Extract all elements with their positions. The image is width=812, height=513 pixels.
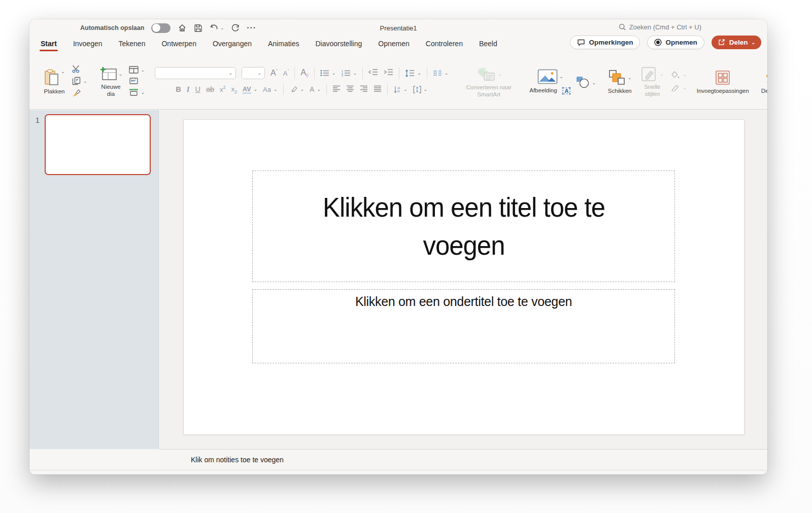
- undo-icon[interactable]: ⌄: [210, 24, 224, 32]
- section-chevron-icon[interactable]: ⌄: [141, 90, 145, 95]
- bullets-chevron-icon[interactable]: ⌄: [332, 71, 336, 76]
- clear-formatting-button[interactable]: A◊: [300, 68, 309, 78]
- layout-chevron-icon[interactable]: ⌄: [141, 67, 145, 73]
- numbering-button[interactable]: 123 ⌄: [342, 70, 357, 77]
- align-right-button[interactable]: [360, 85, 368, 94]
- convert-smartart-button[interactable]: ⌄ Converteren naar SmartArt: [458, 64, 519, 97]
- search-placeholder: Zoeken (Cmd + Ctrl + U): [629, 23, 701, 31]
- font-color-chevron-icon[interactable]: ⌄: [317, 87, 321, 92]
- shape-fill-button[interactable]: ⌄: [671, 71, 687, 78]
- align-text-chevron-icon[interactable]: ⌄: [424, 87, 428, 92]
- text-direction-chevron-icon[interactable]: ⌄: [403, 87, 408, 92]
- bold-button[interactable]: B: [176, 85, 181, 93]
- quick-styles-button[interactable]: ⌄ Snelle stijlen: [637, 64, 667, 97]
- undo-chevron-icon[interactable]: ⌄: [220, 26, 224, 30]
- justify-button[interactable]: [374, 85, 382, 94]
- cut-button[interactable]: [72, 65, 87, 73]
- paste-button[interactable]: ⌄ Plakken: [41, 67, 68, 95]
- tab-diavoorstelling[interactable]: Diavoorstelling: [315, 40, 362, 49]
- share-button[interactable]: Delen ⌄: [712, 36, 761, 49]
- tab-animaties[interactable]: Animaties: [268, 40, 299, 49]
- tab-invoegen[interactable]: Invoegen: [73, 40, 103, 49]
- workspace: 1 Klikken om een titel toe te voegen Kli…: [29, 110, 767, 449]
- line-spacing-chevron-icon[interactable]: ⌄: [417, 71, 421, 76]
- tab-controleren[interactable]: Controleren: [426, 40, 463, 49]
- font-family-select[interactable]: ⌄: [155, 67, 236, 79]
- designer-button[interactable]: Designer: [759, 67, 767, 94]
- arrange-button[interactable]: ⌄ Schikken: [606, 67, 633, 94]
- slide-thumbnail-panel: 1: [29, 110, 159, 449]
- record-button[interactable]: Opnemen: [647, 36, 704, 49]
- superscript-button[interactable]: x2: [220, 85, 226, 94]
- increase-indent-button[interactable]: [384, 69, 393, 78]
- slides-group: ⌄ Nieuwe dia ⌄ ⌄: [93, 55, 149, 107]
- underline-button[interactable]: U: [195, 85, 200, 93]
- home-icon[interactable]: [178, 23, 187, 32]
- font-size-select[interactable]: ⌄: [242, 67, 265, 79]
- tab-opnemen[interactable]: Opnemen: [378, 40, 409, 49]
- tab-tekenen[interactable]: Tekenen: [119, 40, 146, 49]
- save-icon[interactable]: [194, 24, 202, 32]
- highlight-chevron-icon[interactable]: ⌄: [300, 87, 304, 92]
- increase-indent-icon: [384, 69, 393, 76]
- picture-icon: [537, 69, 558, 84]
- grow-font-button[interactable]: Aˆ: [270, 69, 278, 78]
- character-spacing-button[interactable]: AV ⌄: [243, 86, 257, 93]
- reset-slide-button[interactable]: [129, 77, 145, 85]
- copy-button[interactable]: ⌄: [72, 77, 87, 85]
- subtitle-placeholder[interactable]: Klikken om een ondertitel toe te voegen: [252, 289, 675, 363]
- layout-button[interactable]: ⌄: [129, 66, 145, 74]
- tab-beeld[interactable]: Beeld: [479, 40, 497, 49]
- notes-pane[interactable]: Klik om notities toe te voegen: [159, 449, 767, 470]
- text-box-icon[interactable]: A: [561, 86, 571, 95]
- format-painter-button[interactable]: [72, 89, 87, 97]
- shape-outline-chevron-icon[interactable]: ⌄: [683, 85, 687, 90]
- tab-overgangen[interactable]: Overgangen: [213, 40, 252, 49]
- section-button[interactable]: ⌄: [129, 88, 145, 96]
- font-color-button[interactable]: A ⌄: [310, 85, 321, 93]
- slide-thumbnail[interactable]: [45, 114, 151, 175]
- slide-canvas[interactable]: Klikken om een titel toe te voegen Klikk…: [184, 120, 744, 434]
- change-case-button[interactable]: Aa ⌄: [263, 86, 277, 93]
- shapes-button[interactable]: ⌄: [576, 73, 596, 89]
- highlight-button[interactable]: ⌄: [289, 86, 304, 93]
- more-options-icon[interactable]: ···: [247, 23, 256, 32]
- text-direction-button[interactable]: A ⌄: [393, 86, 408, 93]
- line-spacing-button[interactable]: ⌄: [405, 70, 421, 77]
- title-placeholder-text: Klikken om een titel toe te voegen: [282, 188, 645, 264]
- strikethrough-button[interactable]: ab: [206, 85, 214, 93]
- change-case-chevron-icon[interactable]: ⌄: [274, 87, 278, 92]
- title-placeholder[interactable]: Klikken om een titel toe te voegen: [252, 170, 675, 282]
- subscript-button[interactable]: x2: [231, 84, 238, 94]
- copy-chevron-icon[interactable]: ⌄: [83, 79, 87, 84]
- svg-text:A: A: [564, 88, 568, 94]
- designer-icon: [764, 70, 767, 86]
- clipboard-group: ⌄ Plakken ⌄: [37, 55, 91, 107]
- columns-chevron-icon[interactable]: ⌄: [445, 71, 449, 76]
- addins-button[interactable]: Invoegtoepassingen: [697, 67, 749, 94]
- character-spacing-chevron-icon[interactable]: ⌄: [254, 87, 258, 92]
- align-text-button[interactable]: ⌄: [413, 86, 428, 93]
- bullets-button[interactable]: ⌄: [320, 70, 336, 77]
- shape-fill-chevron-icon[interactable]: ⌄: [683, 72, 687, 77]
- svg-text:3: 3: [342, 74, 343, 77]
- redo-icon[interactable]: [231, 24, 240, 32]
- shape-outline-button[interactable]: ⌄: [671, 84, 687, 91]
- tab-start[interactable]: Start: [41, 40, 57, 49]
- italic-button[interactable]: I: [187, 85, 190, 94]
- align-center-button[interactable]: [346, 85, 354, 94]
- tab-ontwerpen[interactable]: Ontwerpen: [161, 40, 196, 49]
- align-left-button[interactable]: [332, 85, 341, 94]
- shrink-font-button[interactable]: Aˇ: [283, 69, 289, 78]
- autosave-toggle[interactable]: [151, 23, 171, 33]
- picture-button[interactable]: ⌄ Afbeelding A: [529, 67, 571, 95]
- comments-button[interactable]: Opmerkingen: [570, 36, 640, 49]
- ribbon: ⌄ Plakken ⌄: [29, 52, 767, 110]
- decrease-indent-button[interactable]: [368, 69, 378, 78]
- status-bar: Dia 1 van 1 Nederlands (standaard) Toega…: [29, 470, 767, 474]
- search-field[interactable]: Zoeken (Cmd + Ctrl + U): [619, 23, 701, 31]
- decrease-indent-icon: [368, 69, 378, 76]
- numbering-chevron-icon[interactable]: ⌄: [353, 71, 357, 76]
- new-slide-button[interactable]: ⌄ Nieuwe dia: [97, 64, 125, 97]
- columns-button[interactable]: ⌄: [433, 70, 449, 77]
